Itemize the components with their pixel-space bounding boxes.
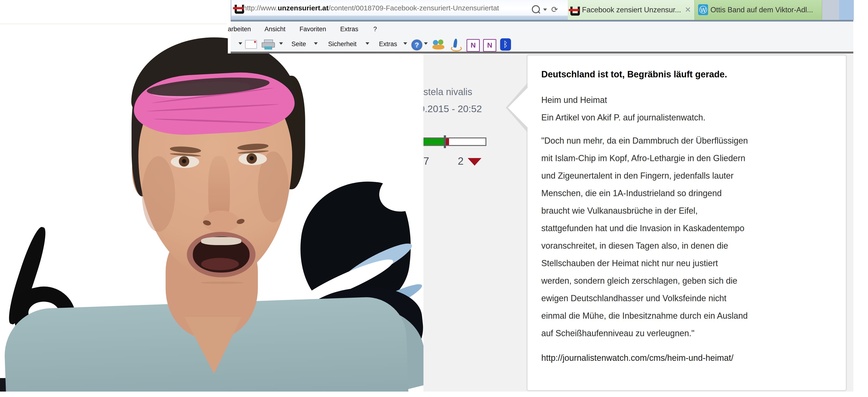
man-chin-crease xyxy=(201,281,244,284)
unzensuriert-favicon xyxy=(234,4,242,13)
mail-icon[interactable] xyxy=(245,40,257,49)
comment-quote: "Doch nun mehr, da ein Dammbruch der Übe… xyxy=(541,132,835,342)
man-tongue xyxy=(201,258,239,270)
comment-heading: Deutschland ist tot, Begräbnis läuft ger… xyxy=(541,69,835,80)
onenote-linked-notes-icon[interactable]: N xyxy=(483,39,496,52)
page-menu-button[interactable]: Seite xyxy=(291,40,306,48)
bubble-notch xyxy=(508,86,530,130)
help-dropdown-caret[interactable] xyxy=(424,42,428,45)
comment-bubble: Deutschland ist tot, Begräbnis läuft ger… xyxy=(526,54,847,391)
bluetooth-icon[interactable]: ᛒ xyxy=(500,38,511,51)
page-dropdown-caret[interactable] xyxy=(314,42,318,45)
tab-strip-filler xyxy=(822,0,839,20)
help-icon[interactable]: ? xyxy=(411,39,423,51)
search-icon[interactable] xyxy=(532,5,540,13)
command-bar: Seite Sicherheit Extras ? N N ᛒ xyxy=(231,37,853,52)
menu-item-help[interactable]: ? xyxy=(373,26,377,33)
address-bar-row: http://www.unzensuriert.at/content/00187… xyxy=(231,0,854,20)
safety-menu-button[interactable]: Sicherheit xyxy=(328,40,356,48)
address-bar[interactable]: http://www.unzensuriert.at/content/00187… xyxy=(232,0,568,16)
vote-bar-marker xyxy=(444,135,446,148)
photo-top-edge xyxy=(0,24,227,24)
search-dropdown-caret[interactable] xyxy=(543,8,547,11)
messenger-icon[interactable] xyxy=(432,39,445,50)
tab-facebook-zensiert[interactable]: Facebook zensiert Unzensur... ✕ xyxy=(568,0,695,20)
blog-pen-icon[interactable] xyxy=(451,38,460,51)
url-domain: unzensuriert.at xyxy=(278,4,329,12)
tab-close-icon[interactable]: ✕ xyxy=(685,5,691,14)
comment-intro: Heim und Heimat Ein Artikel von Akif P. … xyxy=(541,91,835,126)
address-bar-lower-band xyxy=(231,16,568,20)
downvote-count: 2 xyxy=(458,155,463,167)
send-to-onenote-icon[interactable]: N xyxy=(467,39,480,52)
chrome-bottom-divider xyxy=(231,52,853,54)
man-left-pupil xyxy=(182,159,186,163)
tab-ottis-band[interactable]: Ⓦ Ottis Band auf dem Viktor-Adl... xyxy=(695,0,822,20)
screenshot-canvas: mustela nivalis 09.09.2015 - 20:52 27 2 … xyxy=(0,0,868,397)
comment-link-text: http://journalistenwatch.com/cms/heim-un… xyxy=(541,353,835,363)
menu-item-bearbeiten[interactable]: arbeiten xyxy=(228,26,251,33)
menu-item-ansicht[interactable]: Ansicht xyxy=(265,26,285,33)
unzensuriert-tab-favicon xyxy=(570,6,578,15)
man-right-pupil xyxy=(250,156,254,160)
menu-item-favoriten[interactable]: Favoriten xyxy=(300,26,326,33)
downvote-icon[interactable] xyxy=(468,158,482,165)
webcam-photo xyxy=(0,24,424,392)
chrome-divider xyxy=(231,20,853,22)
man-teeth xyxy=(201,237,241,245)
menu-bar: arbeiten Ansicht Favoriten Extras ? xyxy=(231,22,853,37)
printer-icon[interactable] xyxy=(262,39,275,49)
url-text[interactable]: http://www.unzensuriert.at/content/00187… xyxy=(243,4,499,12)
printer-dropdown-caret[interactable] xyxy=(279,42,283,45)
wordpress-icon: Ⓦ xyxy=(698,4,708,15)
refresh-icon[interactable]: ⟳ xyxy=(551,5,558,14)
tools-dropdown-caret[interactable] xyxy=(403,42,407,45)
url-path: /content/0018709-Facebook-zensuriert-Unz… xyxy=(329,4,499,12)
man-cheek-shading xyxy=(142,156,175,232)
browser-chrome: http://www.unzensuriert.at/content/00187… xyxy=(231,0,853,54)
menu-item-extras[interactable]: Extras xyxy=(340,26,359,33)
tab-label: Ottis Band auf dem Viktor-Adl... xyxy=(710,6,813,14)
safety-dropdown-caret[interactable] xyxy=(366,42,369,45)
comment-body: Deutschland ist tot, Begräbnis läuft ger… xyxy=(541,69,835,363)
url-prefix: http://www. xyxy=(243,4,278,12)
home-dropdown-caret[interactable] xyxy=(239,42,242,45)
new-tab-button[interactable] xyxy=(839,0,854,20)
tools-menu-button[interactable]: Extras xyxy=(379,40,397,48)
tab-label: Facebook zensiert Unzensur... xyxy=(582,6,681,14)
